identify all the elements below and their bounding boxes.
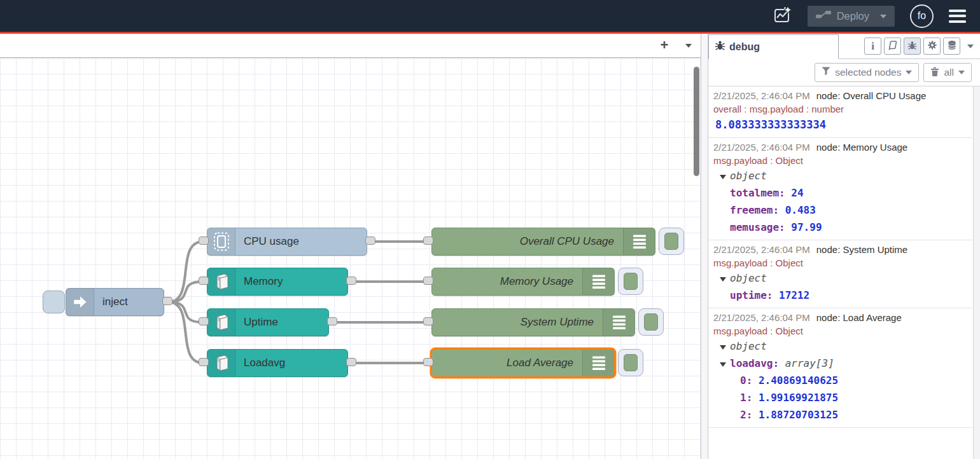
- collapse-caret-icon[interactable]: [720, 277, 726, 285]
- debug-number-value: 8.083333333333334: [713, 116, 970, 134]
- debug-toggle-state: [644, 313, 658, 331]
- debug-timestamp: 2/21/2025, 2:46:04 PM: [713, 142, 810, 153]
- collapse-caret-icon[interactable]: [720, 345, 726, 353]
- debug-message: 2/21/2025, 2:46:04 PMnode: System Uptime…: [708, 240, 972, 308]
- flow-canvas[interactable]: injectCPU usageMemoryUptimeLoadavgOveral…: [0, 58, 701, 459]
- node-label: System Uptime: [521, 309, 594, 336]
- trash-icon: [930, 67, 939, 79]
- deploy-options-chevron-down-icon[interactable]: [880, 15, 886, 22]
- flow-node-debug-memory[interactable]: Memory Usage: [431, 268, 615, 296]
- flow-node-uptime[interactable]: Uptime: [207, 308, 329, 336]
- deploy-icon: [816, 10, 831, 22]
- port-out[interactable]: [327, 317, 337, 325]
- inject-trigger-button[interactable]: [43, 291, 65, 313]
- tab-debug[interactable]: debug: [708, 34, 839, 59]
- debug-clear-button[interactable]: all: [923, 63, 972, 82]
- flow-node-inject[interactable]: inject: [66, 288, 164, 316]
- flow-node-loadavg[interactable]: Loadavg: [207, 349, 348, 377]
- port-in[interactable]: [423, 358, 433, 366]
- node-label: CPU usage: [244, 228, 299, 255]
- debug-message-header: 2/21/2025, 2:46:04 PMnode: System Uptime: [713, 243, 970, 256]
- node-label: Memory: [244, 268, 283, 295]
- context-tab-button[interactable]: [943, 38, 960, 55]
- port-in[interactable]: [423, 277, 433, 285]
- flows-menu-button[interactable]: [676, 34, 701, 57]
- debug-object-root: object: [713, 338, 970, 355]
- port-in[interactable]: [423, 236, 433, 245]
- port-out[interactable]: [162, 297, 172, 305]
- debug-payload-path: msg.payload : Object: [713, 154, 970, 167]
- flow-node-debug-loadavg[interactable]: Load Average: [431, 349, 615, 377]
- debug-payload-path: msg.payload : Object: [713, 324, 970, 338]
- filter-icon: [822, 67, 830, 78]
- port-in[interactable]: [199, 236, 209, 245]
- debug-lines-icon: [582, 268, 614, 295]
- debug-object-root: object: [713, 167, 970, 184]
- debug-source-node: node: Load Average: [816, 312, 902, 323]
- wire[interactable]: [168, 282, 203, 302]
- debug-message: 2/21/2025, 2:46:04 PMnode: Memory Usagem…: [708, 138, 972, 240]
- canvas-vertical-scrollbar[interactable]: [694, 67, 699, 176]
- port-out[interactable]: [346, 277, 356, 285]
- debug-toggle-state: [624, 354, 638, 371]
- hamburger-icon: [949, 10, 966, 12]
- server-icon: [207, 350, 235, 376]
- port-in[interactable]: [199, 317, 209, 325]
- flow-node-debug-overall-cpu[interactable]: Overall CPU Usage: [431, 228, 655, 256]
- flow-node-cpu-usage[interactable]: CPU usage: [207, 228, 367, 256]
- debug-payload-path: overall : msg.payload : number: [713, 102, 970, 116]
- debug-entry: uptime: 17212: [713, 287, 970, 304]
- wire[interactable]: [168, 302, 203, 322]
- node-label: Uptime: [244, 309, 278, 336]
- user-avatar[interactable]: fo: [910, 4, 934, 28]
- chevron-down-icon: [685, 44, 692, 51]
- chevron-down-icon: [958, 71, 965, 78]
- debug-toggle-button[interactable]: [638, 308, 664, 336]
- port-in[interactable]: [199, 277, 209, 285]
- book-icon: [888, 40, 898, 52]
- info-icon: i: [871, 41, 874, 51]
- debug-toggle-button[interactable]: [618, 349, 643, 376]
- debug-message-header: 2/21/2025, 2:46:04 PMnode: Overall CPU U…: [713, 89, 970, 102]
- debug-entry: freemem: 0.483: [713, 202, 970, 219]
- collapse-caret-icon[interactable]: [720, 362, 726, 370]
- port-out[interactable]: [365, 236, 375, 245]
- debug-message-header: 2/21/2025, 2:46:04 PMnode: Load Average: [713, 311, 970, 324]
- debug-toggle-button[interactable]: [659, 228, 684, 255]
- port-out[interactable]: [346, 358, 356, 366]
- debug-array-item: 0: 2.40869140625: [713, 372, 970, 389]
- add-flow-button[interactable]: +: [652, 34, 676, 57]
- sidebar-splitter[interactable]: [701, 34, 708, 459]
- bug-icon: [715, 40, 725, 53]
- main-menu-button[interactable]: [949, 10, 966, 23]
- node-label: Load Average: [507, 350, 573, 376]
- debug-timestamp: 2/21/2025, 2:46:04 PM: [713, 244, 810, 255]
- debug-array-item: 1: 1.99169921875: [713, 389, 970, 406]
- plus-icon: +: [661, 38, 669, 52]
- debug-entry: loadavg: array[3]: [713, 355, 970, 372]
- config-tab-button[interactable]: [923, 38, 941, 55]
- assistant-button[interactable]: [773, 6, 792, 27]
- flow-node-memory[interactable]: Memory: [207, 268, 348, 296]
- debug-toggle-button[interactable]: [618, 268, 643, 295]
- debug-scrollbar-track[interactable]: [973, 86, 980, 459]
- debug-filter-button[interactable]: selected nodes: [815, 63, 919, 82]
- debug-source-node: node: System Uptime: [816, 244, 907, 255]
- debug-object-root: object: [713, 270, 970, 287]
- main-layout: + injectCPU usageMemoryUptimeLoadavgOver…: [0, 34, 980, 459]
- node-label: Loadavg: [244, 350, 285, 376]
- port-in[interactable]: [423, 317, 433, 325]
- flow-node-debug-uptime[interactable]: System Uptime: [431, 308, 635, 336]
- deploy-button[interactable]: Deploy: [808, 6, 895, 27]
- server-icon: [207, 268, 235, 295]
- help-tab-button[interactable]: [884, 38, 901, 55]
- node-label: Memory Usage: [500, 268, 573, 295]
- debug-filter-label: selected nodes: [835, 67, 901, 78]
- debug-tab-button[interactable]: [904, 38, 921, 55]
- info-tab-button[interactable]: i: [864, 38, 881, 55]
- node-label: inject: [102, 289, 128, 315]
- port-in[interactable]: [199, 358, 209, 366]
- sidebar-menu-chevron-down-icon[interactable]: [967, 45, 974, 51]
- inject-arrow-icon: [66, 289, 94, 315]
- collapse-caret-icon[interactable]: [720, 175, 726, 182]
